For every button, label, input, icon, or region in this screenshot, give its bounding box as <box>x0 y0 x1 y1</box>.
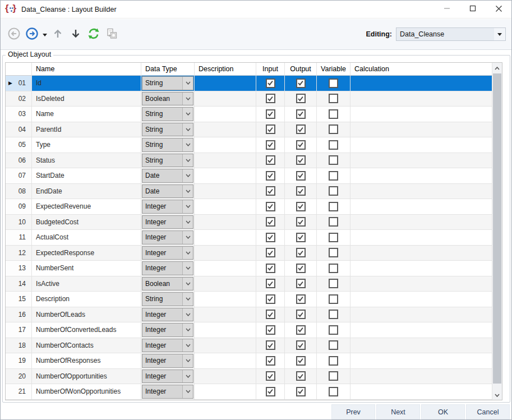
calculation-cell[interactable] <box>350 369 492 385</box>
output-checkbox[interactable] <box>296 155 306 165</box>
editing-dropdown-icon[interactable] <box>494 28 505 40</box>
description-cell[interactable] <box>195 276 256 292</box>
input-checkbox[interactable] <box>266 279 275 288</box>
variable-checkbox[interactable] <box>329 325 338 335</box>
output-checkbox[interactable] <box>296 109 306 119</box>
row-header[interactable]: 03 <box>6 107 32 122</box>
data-type-select[interactable]: Integer <box>142 261 193 275</box>
calculation-cell[interactable] <box>350 246 492 261</box>
row-header[interactable]: 06 <box>6 153 32 169</box>
row-header[interactable]: 18 <box>6 338 32 354</box>
scroll-down-button[interactable] <box>492 390 502 400</box>
name-cell[interactable]: NumberOfContacts <box>32 338 141 354</box>
refresh-button[interactable] <box>85 25 103 44</box>
data-type-dropdown-icon[interactable] <box>182 354 193 367</box>
description-cell[interactable] <box>195 153 256 169</box>
data-type-dropdown-icon[interactable] <box>182 200 193 213</box>
description-cell[interactable] <box>195 322 256 338</box>
input-checkbox[interactable] <box>266 264 275 273</box>
data-type-select[interactable]: String <box>142 138 193 152</box>
description-cell[interactable] <box>195 246 256 261</box>
variable-checkbox[interactable] <box>329 264 338 273</box>
variable-checkbox[interactable] <box>329 356 338 366</box>
variable-checkbox[interactable] <box>329 248 338 257</box>
variable-checkbox[interactable] <box>329 279 338 288</box>
data-type-select[interactable]: Integer <box>142 230 193 244</box>
variable-checkbox[interactable] <box>329 186 338 196</box>
input-checkbox[interactable] <box>266 325 275 335</box>
row-header[interactable]: 15 <box>6 292 32 307</box>
name-cell[interactable]: ActualCost <box>32 230 141 246</box>
calculation-cell[interactable] <box>350 338 492 354</box>
col-header-input[interactable]: Input <box>256 63 285 76</box>
forward-button[interactable] <box>23 25 41 44</box>
col-header-calculation[interactable]: Calculation <box>350 63 492 76</box>
description-cell[interactable] <box>195 168 256 184</box>
row-header[interactable]: 13 <box>6 261 32 276</box>
scrollbar-thumb[interactable] <box>493 73 501 384</box>
paste-layout-button[interactable] <box>103 25 121 44</box>
next-button[interactable]: Next <box>376 404 420 419</box>
data-type-select[interactable]: Boolean <box>142 277 193 291</box>
row-header[interactable]: 05 <box>6 137 32 153</box>
data-type-select[interactable]: Integer <box>142 370 193 384</box>
description-cell[interactable] <box>195 369 256 385</box>
data-type-select[interactable]: String <box>142 123 193 137</box>
variable-checkbox[interactable] <box>329 233 338 242</box>
description-cell[interactable] <box>195 338 256 354</box>
description-cell[interactable] <box>195 261 256 276</box>
variable-checkbox[interactable] <box>329 294 338 304</box>
description-cell[interactable] <box>195 292 256 307</box>
input-checkbox[interactable] <box>266 155 275 165</box>
name-cell[interactable]: IsDeleted <box>32 91 141 107</box>
input-checkbox[interactable] <box>266 233 275 242</box>
variable-checkbox[interactable] <box>329 124 338 134</box>
data-type-select[interactable]: String <box>142 292 193 306</box>
variable-checkbox[interactable] <box>329 171 338 181</box>
move-down-button[interactable] <box>67 25 85 44</box>
name-cell[interactable]: BudgetedCost <box>32 215 141 230</box>
data-type-select[interactable]: Date <box>142 169 193 183</box>
input-checkbox[interactable] <box>266 248 275 257</box>
data-type-dropdown-icon[interactable] <box>182 247 193 260</box>
forward-dropdown-button[interactable] <box>41 25 49 44</box>
data-type-dropdown-icon[interactable] <box>182 231 193 244</box>
data-type-dropdown-icon[interactable] <box>182 169 193 182</box>
data-type-select[interactable]: Integer <box>142 339 193 353</box>
output-checkbox[interactable] <box>296 79 306 88</box>
output-checkbox[interactable] <box>296 124 306 134</box>
input-checkbox[interactable] <box>266 79 275 88</box>
data-type-dropdown-icon[interactable] <box>182 139 193 151</box>
name-cell[interactable]: Status <box>32 153 141 169</box>
data-type-dropdown-icon[interactable] <box>182 123 193 136</box>
col-header-variable[interactable]: Variable <box>317 63 350 76</box>
col-header-rownum[interactable] <box>6 63 32 76</box>
variable-checkbox[interactable] <box>329 155 338 165</box>
name-cell[interactable]: NumberOfConvertedLeads <box>32 322 141 338</box>
data-type-select[interactable]: Integer <box>142 323 193 337</box>
output-checkbox[interactable] <box>296 264 306 273</box>
data-type-select[interactable]: String <box>142 107 193 121</box>
data-type-dropdown-icon[interactable] <box>182 108 193 121</box>
variable-checkbox[interactable] <box>329 140 338 150</box>
name-cell[interactable]: ParentId <box>32 122 141 138</box>
input-checkbox[interactable] <box>266 140 275 150</box>
name-cell[interactable]: NumberOfOpportunities <box>32 369 141 385</box>
data-type-select[interactable]: String <box>142 154 193 168</box>
input-checkbox[interactable] <box>266 356 275 366</box>
close-button[interactable] <box>486 1 511 19</box>
minimize-button[interactable] <box>434 1 460 19</box>
row-header[interactable]: 21 <box>6 384 32 400</box>
calculation-cell[interactable] <box>350 261 492 276</box>
row-header[interactable]: 19 <box>6 353 32 369</box>
data-type-select[interactable]: String <box>142 76 193 90</box>
data-type-dropdown-icon[interactable] <box>182 370 193 383</box>
name-cell[interactable]: Id <box>32 76 141 91</box>
description-cell[interactable] <box>195 122 256 138</box>
calculation-cell[interactable] <box>350 307 492 323</box>
data-type-select[interactable]: Integer <box>142 246 193 260</box>
variable-checkbox[interactable] <box>329 109 338 119</box>
description-cell[interactable] <box>195 384 256 400</box>
editing-combobox[interactable]: Data_Cleanse <box>396 27 506 41</box>
variable-checkbox[interactable] <box>329 310 338 319</box>
